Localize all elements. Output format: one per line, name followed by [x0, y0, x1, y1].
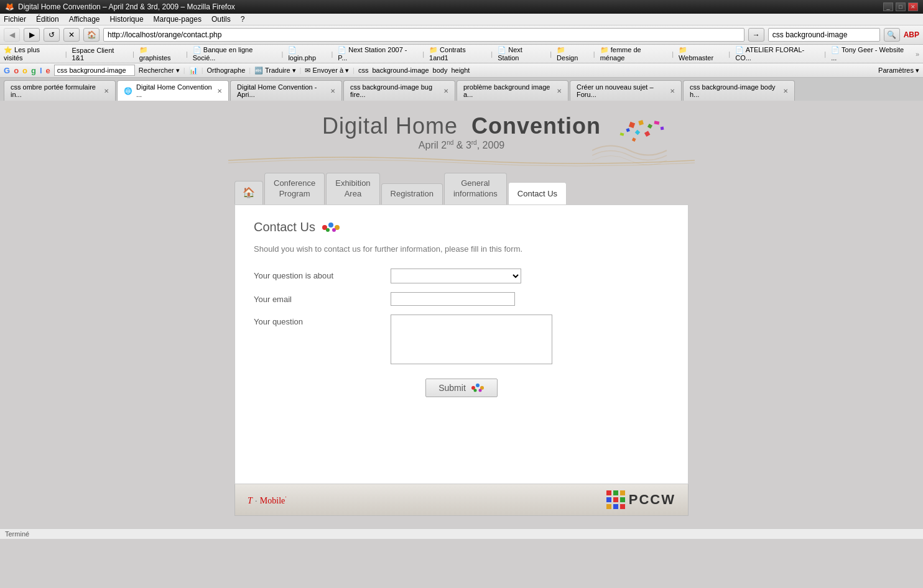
tab-home[interactable]: 🏠: [234, 181, 263, 204]
gtb-sep4: |: [300, 67, 302, 74]
tab-css-bg-body[interactable]: css background-image body h... ✕: [683, 80, 795, 101]
menu-fichier[interactable]: Fichier: [4, 15, 26, 24]
tab-icon: 🌐: [124, 87, 132, 95]
question-about-select[interactable]: General Conference Program Exhibition Ar…: [391, 269, 521, 283]
gtb-traduire[interactable]: 🔤 Traduire ▾: [254, 67, 295, 75]
search-button[interactable]: 🔍: [884, 28, 900, 42]
search-bar[interactable]: [768, 28, 880, 42]
site-title: Digital Home Convention: [322, 113, 601, 139]
submit-button[interactable]: Submit: [425, 379, 498, 397]
contact-form: Your question is about General Conferenc…: [254, 269, 669, 397]
bookmark-contrats[interactable]: 📁 Contrats 1and1: [429, 46, 486, 62]
menu-historique[interactable]: Historique: [110, 15, 144, 24]
home-button[interactable]: 🏠: [83, 28, 100, 42]
bookmark-webmaster[interactable]: 📁 Webmaster: [679, 46, 723, 62]
window-controls[interactable]: _ □ ✕: [883, 2, 918, 11]
close-button[interactable]: ✕: [908, 2, 918, 11]
maximize-button[interactable]: □: [896, 2, 906, 11]
menu-affichage[interactable]: Affichage: [69, 15, 100, 24]
bookmarks-more[interactable]: »: [916, 50, 919, 58]
bookmark-graphistes[interactable]: 📁 graphistes: [139, 46, 181, 62]
bookmark-design[interactable]: 📁 Design: [557, 46, 588, 62]
titlebar: 🦊 Digital Home Convention – April 2nd & …: [0, 0, 923, 14]
svg-rect-27: [613, 504, 618, 509]
tab-bg-problem[interactable]: problème background image a... ✕: [457, 80, 568, 101]
address-bar[interactable]: [103, 28, 744, 42]
bookmark-most-visited[interactable]: ⭐ Les plus visités: [4, 46, 60, 62]
tab-close-icon[interactable]: ✕: [330, 88, 335, 94]
nav-container: 🏠 ConferenceProgram ExhibitionArea Regis…: [234, 173, 689, 204]
gtb-rechercher[interactable]: Rechercher ▾: [139, 67, 180, 75]
tab-label: Digital Home Convention ...: [136, 83, 213, 98]
sponsors-bar: T · Mobile· PCCW: [234, 484, 689, 516]
site-title-light: Digital Home: [322, 113, 458, 139]
tab-close-icon[interactable]: ✕: [443, 88, 448, 94]
pccw-logo-icon: [606, 490, 625, 509]
gtb-bgimg[interactable]: background-image: [372, 67, 429, 74]
gtb-body[interactable]: body: [433, 67, 448, 74]
svg-rect-22: [620, 490, 625, 495]
svg-rect-25: [620, 497, 625, 502]
tab-label: problème background image a...: [463, 83, 553, 98]
gtb-sep3: |: [249, 67, 251, 74]
submit-row: Submit: [254, 379, 669, 397]
tab-label: css background-image body h...: [690, 83, 779, 98]
menubar: Fichier Édition Affichage Historique Mar…: [0, 14, 923, 25]
gtb-css[interactable]: css: [358, 67, 369, 74]
tab-css-bg-bug[interactable]: css background-image bug fire... ✕: [343, 80, 455, 101]
minimize-button[interactable]: _: [883, 2, 893, 11]
submit-dots-icon: [471, 383, 485, 393]
menu-marquepages[interactable]: Marque-pages: [154, 15, 202, 24]
tab-exhibition-area[interactable]: ExhibitionArea: [326, 173, 379, 204]
svg-point-11: [328, 223, 333, 227]
back-button[interactable]: ◀: [4, 28, 20, 42]
nav-tabs: 🏠 ConferenceProgram ExhibitionArea Regis…: [234, 173, 689, 204]
tab-dhc-active[interactable]: 🌐 Digital Home Convention ... ✕: [117, 80, 229, 101]
bookmark-femme[interactable]: 📁 femme de ménage: [600, 46, 667, 62]
svg-point-18: [473, 389, 476, 392]
tab-dhc2[interactable]: Digital Home Convention - Apri... ✕: [230, 80, 342, 101]
gtb-params[interactable]: Paramètres ▾: [878, 67, 919, 75]
tab-creer[interactable]: Créer un nouveau sujet – Foru... ✕: [570, 80, 682, 101]
svg-rect-5: [635, 130, 640, 135]
bookmark-tonygeer[interactable]: 📄 Tony Geer - Website ...: [831, 46, 911, 62]
site-title-bold: Convention: [471, 113, 601, 139]
gtb-translate[interactable]: Orthographe: [206, 67, 245, 74]
bookmark-espace-client[interactable]: Espace Client 1&1: [72, 47, 127, 62]
svg-rect-23: [606, 497, 611, 502]
stop-button[interactable]: ✕: [63, 28, 80, 42]
menu-outils[interactable]: Outils: [211, 15, 231, 24]
gtb-pagerank[interactable]: 📊: [189, 67, 198, 75]
tab-css-shadow[interactable]: css ombre portée formulaire in... ✕: [4, 80, 116, 101]
tab-conference-program[interactable]: ConferenceProgram: [264, 173, 325, 204]
bookmark-nextstation2[interactable]: 📄 Next Station: [498, 46, 545, 62]
tab-general-info[interactable]: Generalinformations: [444, 173, 507, 204]
tab-close-icon[interactable]: ✕: [104, 88, 109, 94]
reload-button[interactable]: ↺: [44, 28, 60, 42]
svg-rect-6: [644, 131, 651, 137]
bookmark-banque[interactable]: 📄 Banque en ligne Socié...: [193, 46, 277, 62]
tab-registration[interactable]: Registration: [381, 183, 443, 204]
menu-edition[interactable]: Édition: [36, 15, 59, 24]
google-search-input[interactable]: [54, 65, 135, 76]
status-text: Terminé: [5, 530, 29, 538]
bookmark-atelier[interactable]: 📄 ATELIER FLORAL-CO...: [735, 46, 819, 62]
svg-point-16: [476, 384, 480, 387]
question-textarea[interactable]: [391, 315, 552, 364]
question-about-control: General Conference Program Exhibition Ar…: [391, 269, 669, 283]
tab-close-icon[interactable]: ✕: [217, 88, 222, 94]
tab-label: Digital Home Convention - Apri...: [237, 83, 327, 98]
site-header: Digital Home Convention April 2nd & 3rd,…: [213, 101, 710, 173]
bookmark-login[interactable]: 📄 login.php: [288, 46, 326, 62]
tab-contact-us[interactable]: Contact Us: [508, 182, 567, 204]
gtb-envoyer[interactable]: ✉ Envoyer à ▾: [305, 67, 349, 75]
menu-help[interactable]: ?: [241, 15, 245, 24]
tab-close-icon[interactable]: ✕: [783, 88, 788, 94]
gtb-height[interactable]: height: [451, 67, 470, 74]
bookmark-nextstation[interactable]: 📄 Next Station 2007 - P...: [338, 46, 417, 62]
tab-close-icon[interactable]: ✕: [670, 88, 675, 94]
go-button[interactable]: →: [748, 28, 764, 42]
forward-button[interactable]: ▶: [24, 28, 40, 42]
tab-close-icon[interactable]: ✕: [557, 88, 562, 94]
email-input[interactable]: [391, 292, 515, 306]
